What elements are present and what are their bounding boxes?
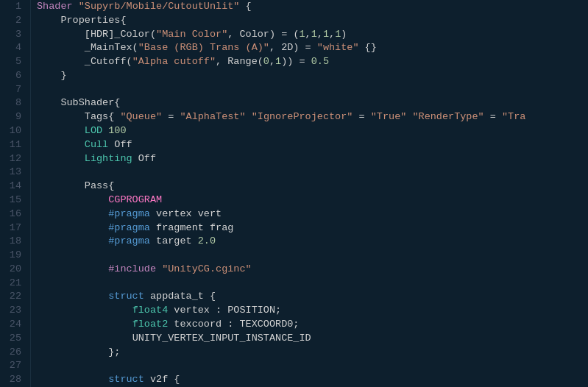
token: "Alpha cutoff" — [132, 56, 216, 67]
token: #pragma — [108, 208, 150, 219]
token: float4 — [132, 305, 169, 316]
token: Lighting — [85, 153, 132, 164]
token: float2 — [132, 319, 169, 330]
token: "Main Color" — [156, 29, 227, 40]
code-line: struct appdata_t { — [37, 290, 588, 304]
token: #pragma — [108, 235, 150, 246]
token: , — [329, 29, 335, 40]
code-line: _Cutoff("Alpha cutoff", Range(0,1)) = 0.… — [37, 55, 588, 69]
line-number: 7 — [6, 83, 21, 97]
token — [37, 235, 108, 246]
line-number: 20 — [6, 263, 21, 277]
code-line — [37, 166, 588, 180]
token: UNITY_VERTEX_INPUT_INSTANCE_ID — [132, 333, 311, 344]
token: , Range( — [216, 56, 263, 67]
token: "UnityCG.cginc" — [162, 263, 252, 274]
line-number: 3 — [6, 28, 21, 42]
code-line: Shader "Supyrb/Mobile/CutoutUnlit" { — [37, 0, 588, 14]
code-line: struct v2f { — [37, 373, 588, 387]
token: }; — [37, 347, 120, 358]
code-line: Properties{ — [37, 14, 588, 28]
line-number: 16 — [6, 207, 21, 221]
token: "Base (RGB) Trans (A)" — [138, 42, 269, 53]
token: _Cutoff( — [37, 56, 132, 67]
code-line: #pragma fragment frag — [37, 221, 588, 235]
line-numbers: 1234567891011121314151617181920212223242… — [0, 0, 31, 387]
code-line: CGPROGRAM — [37, 194, 588, 207]
token: vertex vert — [150, 208, 222, 219]
token: Properties{ — [37, 15, 127, 26]
token: target — [150, 235, 198, 246]
token: "Tra — [502, 111, 525, 122]
token — [37, 29, 85, 40]
token: )) = — [281, 56, 311, 67]
token: LOD — [85, 125, 102, 136]
token: texcoord : TEXCOORD0; — [168, 319, 299, 330]
token: ( — [150, 29, 156, 40]
code-line: _MainTex("Base (RGB) Trans (A)", 2D) = "… — [37, 41, 588, 55]
line-number: 24 — [6, 318, 21, 332]
code-line: Cull Off — [37, 138, 588, 152]
token: 1 — [311, 29, 317, 40]
token: appdata_t { — [144, 291, 216, 302]
token: #pragma — [108, 222, 150, 233]
line-number: 4 — [6, 41, 21, 55]
token: v2f { — [144, 374, 180, 385]
code-line: Pass{ — [37, 180, 588, 194]
line-number: 2 — [6, 14, 21, 28]
line-number: 23 — [6, 304, 21, 318]
token: "white" — [317, 42, 359, 53]
line-number: 1 — [6, 0, 21, 14]
code-line: #pragma target 2.0 — [37, 235, 588, 249]
token: = — [353, 111, 370, 122]
code-line: #pragma vertex vert — [37, 207, 588, 221]
code-line: LOD 100 — [37, 124, 588, 138]
token — [37, 374, 108, 385]
token — [37, 291, 108, 302]
code-line: #include "UnityCG.cginc" — [37, 263, 588, 277]
token — [156, 263, 162, 274]
token: Off — [132, 153, 156, 164]
line-number: 6 — [6, 69, 21, 83]
token — [37, 319, 132, 330]
code-line: } — [37, 69, 588, 83]
token — [37, 263, 108, 274]
token: Off — [108, 139, 132, 150]
token: 2.0 — [198, 235, 216, 246]
code-line — [37, 277, 588, 291]
token — [73, 1, 79, 12]
token: = — [484, 111, 502, 122]
code-line: UNITY_VERTEX_INPUT_INSTANCE_ID — [37, 332, 588, 346]
token: Shader — [37, 1, 73, 12]
token: Pass{ — [37, 180, 114, 191]
token: "True" — [371, 111, 407, 122]
code-line: Tags{ "Queue" = "AlphaTest" "IgnoreProje… — [37, 110, 588, 124]
line-number: 15 — [6, 194, 21, 207]
code-line: [HDR]_Color("Main Color", Color) = (1,1,… — [37, 28, 588, 42]
token: , — [269, 56, 275, 67]
line-number: 28 — [6, 373, 21, 387]
token: 0 — [263, 56, 269, 67]
token: "AlphaTest" — [180, 111, 245, 122]
token: 1 — [323, 29, 329, 40]
token: 1 — [299, 29, 305, 40]
token: "IgnoreProjector" — [252, 111, 353, 122]
line-number: 22 — [6, 290, 21, 304]
token: SubShader{ — [37, 97, 120, 108]
token: struct — [108, 291, 144, 302]
line-number: 21 — [6, 277, 21, 291]
token — [37, 222, 108, 233]
code-line — [37, 249, 588, 263]
token: , 2D) = — [269, 42, 317, 53]
line-number: 10 — [6, 124, 21, 138]
token: [HDR]_Color — [85, 29, 150, 40]
token: 1 — [275, 56, 281, 67]
line-number: 8 — [6, 96, 21, 110]
token: CGPROGRAM — [108, 194, 162, 205]
token: {} — [359, 42, 377, 53]
line-number: 18 — [6, 235, 21, 249]
code-area[interactable]: Shader "Supyrb/Mobile/CutoutUnlit" { Pro… — [31, 0, 588, 387]
code-line: Lighting Off — [37, 152, 588, 166]
token: { — [239, 1, 251, 12]
token: struct — [108, 374, 144, 385]
